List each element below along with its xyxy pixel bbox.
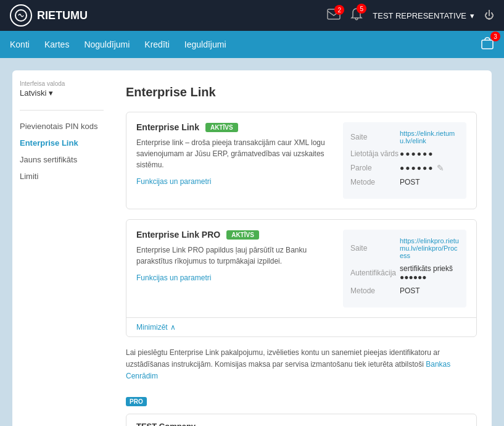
- lang-select[interactable]: Latviski ▾: [20, 88, 104, 98]
- sidebar-item-pin[interactable]: Pievienotais PIN kods: [20, 118, 104, 135]
- sidebar-item-enterprise-link[interactable]: Enterprise Link: [20, 135, 104, 151]
- card1-pass-label: Parole: [350, 164, 400, 172]
- nav-kartes[interactable]: Kartes: [44, 40, 69, 49]
- edit-icon[interactable]: ✎: [437, 163, 444, 173]
- svg-rect-2: [482, 40, 493, 49]
- bell-badge: 5: [357, 4, 366, 14]
- card2-field-auth: Autentifikācija sertifikāts priekš ●●●●●…: [350, 264, 459, 282]
- sidebar: Interfeisa valoda Latviski ▾ Pievienotai…: [12, 70, 111, 426]
- card1-status: AKTĪVS: [205, 123, 238, 132]
- card2-desc: Enterprise Link PRO papildus ļauj pārsūt…: [136, 244, 333, 267]
- nav-links: Konti Kartes Noguldījumi Kredīti Ieguldī…: [10, 40, 226, 49]
- nav-konti[interactable]: Konti: [10, 40, 30, 49]
- content: Enterprise Link Enterprise Link AKTĪVS E…: [111, 70, 492, 426]
- card2-site-value[interactable]: https://elinkpro.rietumu.lv/elinkpro/Pro…: [400, 237, 459, 259]
- logo-text: RIETUMU: [37, 9, 88, 22]
- card1-site-value[interactable]: https://elink.rietumu.lv/elink: [400, 130, 459, 144]
- card2-auth-label: Autentifikācija: [350, 269, 400, 277]
- logo-icon: [10, 4, 32, 27]
- lang-label: Interfeisa valoda: [20, 80, 104, 87]
- account-info: TEST Company Klientu naudas līdzekļu kon…: [136, 422, 387, 426]
- nav: Konti Kartes Noguldījumi Kredīti Ieguldī…: [0, 31, 504, 58]
- sidebar-divider: [20, 110, 104, 111]
- nav-krediti[interactable]: Kredīti: [144, 40, 169, 49]
- card2-title: Enterprise Link PRO: [136, 230, 220, 240]
- card2-top: Enterprise Link PRO AKTĪVS Enterprise Li…: [126, 220, 476, 317]
- chevron-down-icon: ▾: [470, 11, 474, 20]
- card1-pass-value: ●●●●●●: [400, 164, 434, 172]
- sidebar-item-sertifikats[interactable]: Jauns sertifikāts: [20, 151, 104, 168]
- minimize-row[interactable]: Minimizēt ∧: [126, 317, 476, 336]
- card1-link[interactable]: Funkcijas un parametri: [136, 177, 211, 186]
- account-expand-icon[interactable]: ⌄: [394, 424, 402, 426]
- nav-ieguldijumi[interactable]: Ieguldījumi: [184, 40, 226, 49]
- card1-field-pass: Parole ●●●●●● ✎: [350, 163, 459, 173]
- page-title: Enterprise Link: [126, 85, 477, 99]
- logo: RIETUMU: [10, 4, 88, 27]
- chevron-up-icon: ∧: [170, 323, 176, 332]
- card2-field-method: Metode POST: [350, 286, 459, 295]
- info-text: Lai pieslēgtu Enterprise Link pakalpojum…: [126, 347, 477, 383]
- mail-notification[interactable]: 2: [327, 9, 341, 22]
- user-menu[interactable]: TEST REPRESENTATIVE ▾: [373, 11, 474, 20]
- card1-left: Enterprise Link AKTĪVS Enterprise link –…: [136, 122, 333, 199]
- cart-count: 3: [490, 31, 500, 41]
- card1-user-value: ●●●●●●: [400, 149, 434, 158]
- enterprise-link-pro-card: Enterprise Link PRO AKTĪVS Enterprise Li…: [126, 219, 477, 337]
- card2-status: AKTĪVS: [226, 230, 259, 240]
- mail-badge: 2: [334, 5, 344, 15]
- card2-field-site: Saite https://elinkpro.rietumu.lv/elinkp…: [350, 237, 459, 259]
- account-row[interactable]: TEST Company Klientu naudas līdzekļu kon…: [126, 414, 477, 426]
- card1-header: Enterprise Link AKTĪVS: [136, 122, 333, 132]
- card1-field-user: Lietotāja vārds ●●●●●●: [350, 149, 459, 158]
- card1-site-label: Saite: [350, 133, 400, 141]
- power-icon[interactable]: ⏻: [484, 10, 494, 21]
- pro-badge: PRO: [126, 397, 147, 406]
- card1-title: Enterprise Link: [136, 122, 199, 132]
- card2-method-label: Metode: [350, 286, 400, 295]
- card2-header: Enterprise Link PRO AKTĪVS: [136, 230, 333, 240]
- card1-user-label: Lietotāja vārds: [350, 149, 400, 158]
- card1-field-method: Metode POST: [350, 178, 459, 186]
- header-left: RIETUMU: [10, 4, 88, 27]
- card1-desc: Enterprise link – droša pieeja transakci…: [136, 137, 333, 170]
- header-right: 2 5 TEST REPRESENTATIVE ▾ ⏻: [327, 7, 494, 23]
- header: RIETUMU 2 5 TEST REPRESENTATIVE ▾ ⏻: [0, 0, 504, 31]
- card2-fields: Saite https://elinkpro.rietumu.lv/elinkp…: [343, 230, 466, 307]
- card2-site-label: Saite: [350, 244, 400, 253]
- card1-field-site: Saite https://elink.rietumu.lv/elink: [350, 130, 459, 144]
- lang-value: Latviski: [20, 88, 46, 98]
- card1-method-value: POST: [400, 178, 459, 186]
- sidebar-item-limiti[interactable]: Limiti: [20, 168, 104, 185]
- cart-badge-container[interactable]: 3: [481, 36, 494, 52]
- card2-auth-value: sertifikāts priekš ●●●●●●: [400, 264, 459, 282]
- card2-link[interactable]: Funkcijas un parametri: [136, 274, 211, 282]
- lang-chevron-icon: ▾: [49, 88, 53, 98]
- main-wrap: Interfeisa valoda Latviski ▾ Pievienotai…: [0, 58, 504, 426]
- info-text-main: Lai pieslēgtu Enterprise Link pakalpojum…: [126, 348, 440, 369]
- enterprise-link-card: Enterprise Link AKTĪVS Enterprise link –…: [126, 112, 477, 209]
- account-section: PRO TEST Company Klientu naudas līdzekļu…: [126, 395, 477, 426]
- minimize-label: Minimizēt: [136, 323, 168, 332]
- card1-top: Enterprise Link AKTĪVS Enterprise link –…: [126, 112, 476, 209]
- card2-left: Enterprise Link PRO AKTĪVS Enterprise Li…: [136, 230, 333, 307]
- card1-method-label: Metode: [350, 178, 400, 186]
- account-name: TEST Company: [136, 422, 387, 426]
- user-name: TEST REPRESENTATIVE: [373, 11, 466, 20]
- nav-noguldijumi[interactable]: Noguldījumi: [84, 40, 130, 49]
- card1-fields: Saite https://elink.rietumu.lv/elink Lie…: [343, 122, 466, 199]
- card2-method-value: POST: [400, 286, 459, 295]
- account-check-icon: ✓: [410, 423, 419, 426]
- bell-notification[interactable]: 5: [350, 7, 363, 23]
